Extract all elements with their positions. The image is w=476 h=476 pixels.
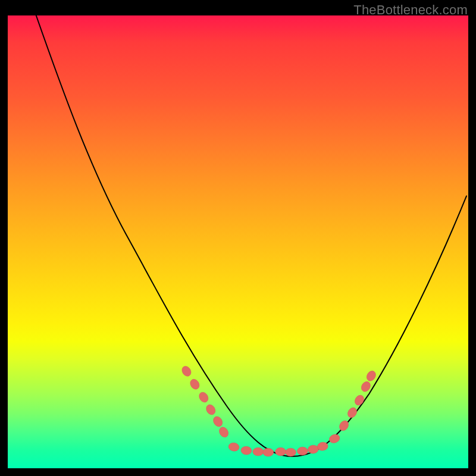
highlight-dot	[263, 448, 274, 456]
highlight-dot	[308, 444, 319, 453]
bottleneck-curve-line	[36, 15, 466, 456]
bottleneck-curve-svg	[8, 15, 468, 468]
highlight-dot	[217, 425, 230, 439]
highlight-dot	[189, 377, 201, 391]
highlight-dot	[346, 406, 358, 419]
highlight-dot	[286, 448, 296, 456]
highlight-dot	[180, 365, 193, 378]
highlight-dot-group	[180, 365, 378, 457]
highlight-dot	[253, 447, 264, 456]
chart-plot-area	[7, 14, 469, 469]
highlight-dot	[198, 390, 210, 404]
highlight-dot	[212, 415, 224, 428]
highlight-dot	[205, 403, 217, 416]
highlight-dot	[353, 393, 365, 407]
highlight-dot	[240, 446, 252, 455]
highlight-dot	[297, 447, 308, 455]
highlight-dot	[365, 369, 377, 383]
highlight-dot	[328, 433, 341, 444]
highlight-dot	[275, 447, 286, 456]
highlight-dot	[228, 442, 240, 452]
